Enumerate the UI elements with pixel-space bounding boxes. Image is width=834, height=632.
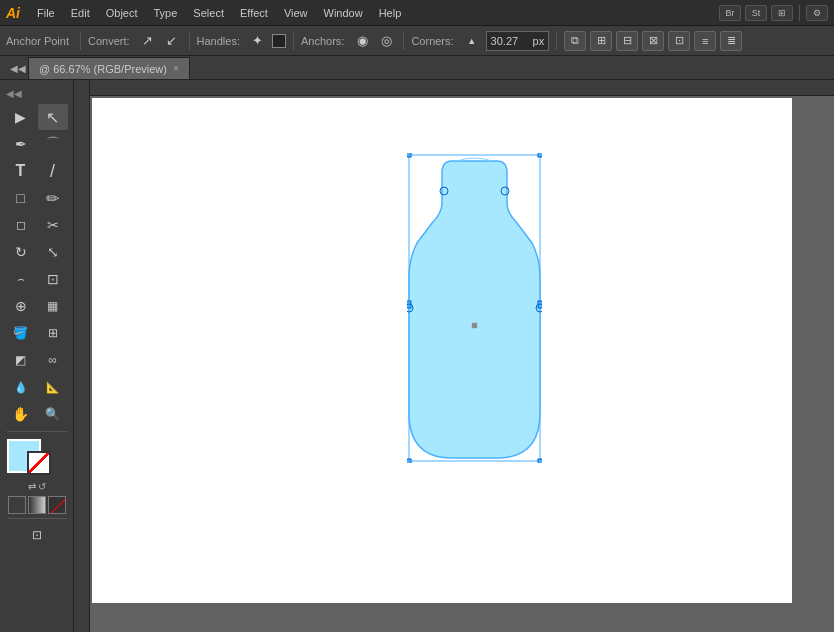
menu-window[interactable]: Window [317, 5, 370, 21]
type-tool[interactable]: T [6, 158, 36, 184]
anchor-bottom-left [407, 459, 411, 463]
tool-row-10: ◩ ∞ [2, 347, 71, 373]
eyedropper-tool[interactable]: 💧 [6, 374, 36, 400]
tool-row-8: ⊕ ▦ [2, 293, 71, 319]
eraser-tool[interactable]: ◻ [6, 212, 36, 238]
artboard [92, 98, 792, 603]
pen-tool[interactable]: ✒ [6, 131, 36, 157]
hand-tool[interactable]: ✋ [6, 401, 36, 427]
anchors-label: Anchors: [301, 35, 344, 47]
ruler-top [90, 80, 834, 96]
right-icons: Br St ⊞ ⚙ [719, 5, 828, 21]
blend-tool[interactable]: ∞ [38, 347, 68, 373]
transform-btn-3[interactable]: ⊟ [616, 31, 638, 51]
handles-label: Handles: [197, 35, 240, 47]
menu-type[interactable]: Type [147, 5, 185, 21]
tool-row-7: ⌢ ⊡ [2, 266, 71, 292]
transform-btn-7[interactable]: ≣ [720, 31, 742, 51]
corners-up-icon[interactable]: ▲ [462, 31, 482, 51]
tab-collapse-btn[interactable]: ◀◀ [8, 57, 28, 79]
transform-btn-6[interactable]: ≡ [694, 31, 716, 51]
measure-tool[interactable]: 📐 [38, 374, 68, 400]
menu-object[interactable]: Object [99, 5, 145, 21]
tool-row-6: ↻ ⤡ [2, 239, 71, 265]
transform-btn-5[interactable]: ⊡ [668, 31, 690, 51]
tool-row-4: □ ✏ [2, 185, 71, 211]
scale-tool[interactable]: ⤡ [38, 239, 68, 265]
menu-view[interactable]: View [277, 5, 315, 21]
transform-btn-4[interactable]: ⊠ [642, 31, 664, 51]
gradient-tool[interactable]: ◩ [6, 347, 36, 373]
color-mode-gradient[interactable] [28, 496, 46, 514]
tool-row-5: ◻ ✂ [2, 212, 71, 238]
graph-tool[interactable]: ▦ [38, 293, 68, 319]
anchor-top-left [407, 153, 411, 157]
bridge-icon[interactable]: Br [719, 5, 741, 21]
main-area: ◀◀ ▶ ↖ ✒ ⌒ T / □ ✏ ◻ ✂ ↻ ⤡ ⌢ ⊡ ⊕ [0, 80, 834, 632]
color-mode-row [2, 496, 71, 514]
transform-btn-1[interactable]: ⧉ [564, 31, 586, 51]
color-area [7, 439, 67, 479]
anchor-top-right [538, 153, 542, 157]
menu-effect[interactable]: Effect [233, 5, 275, 21]
anchor-point-label: Anchor Point [6, 35, 69, 47]
app-logo: Ai [6, 5, 20, 21]
tab-bar: ◀◀ @ 66.67% (RGB/Preview) × [0, 56, 834, 80]
convert-tool-1[interactable]: ↗ [138, 31, 158, 51]
swap-reset-row: ⇄ ↺ [28, 481, 46, 492]
corners-value-group: px [486, 31, 550, 51]
rect-tool[interactable]: □ [6, 185, 36, 211]
stock-icon[interactable]: St [745, 5, 767, 21]
stroke-swatch[interactable] [27, 451, 51, 475]
toolbar-collapse-btn[interactable]: ◀◀ [2, 84, 71, 102]
select-tool[interactable]: ▶ [6, 104, 36, 130]
menu-file[interactable]: File [30, 5, 62, 21]
convert-label: Convert: [88, 35, 130, 47]
pencil-tool[interactable]: ✏ [38, 185, 68, 211]
menu-select[interactable]: Select [186, 5, 231, 21]
tab-title: @ 66.67% (RGB/Preview) [39, 63, 167, 75]
color-mode-solid[interactable] [8, 496, 26, 514]
handles-tool[interactable]: ✦ [248, 31, 268, 51]
corners-unit: px [533, 35, 545, 47]
tool-row-11: 💧 📐 [2, 374, 71, 400]
corners-input[interactable] [491, 35, 531, 47]
line-tool[interactable]: / [38, 158, 68, 184]
corners-label: Corners: [411, 35, 453, 47]
transform-btn-2[interactable]: ⊞ [590, 31, 612, 51]
menu-help[interactable]: Help [372, 5, 409, 21]
handles-square[interactable] [272, 34, 286, 48]
art-board-btn[interactable]: ⊡ [22, 522, 52, 548]
anchors-tool-2[interactable]: ◎ [376, 31, 396, 51]
swap-reset-area: ⇄ ↺ [28, 481, 46, 492]
workspace-icon[interactable]: ⊞ [771, 5, 793, 21]
ruler-left [74, 80, 90, 632]
paintbucket-tool[interactable]: 🪣 [6, 320, 36, 346]
reset-icon[interactable]: ↺ [38, 481, 46, 492]
color-mode-none[interactable] [48, 496, 66, 514]
zoom-tool[interactable]: 🔍 [38, 401, 68, 427]
mesh-tool[interactable]: ⊞ [38, 320, 68, 346]
tool-row-1: ▶ ↖ [2, 104, 71, 130]
freetransform-tool[interactable]: ⊡ [38, 266, 68, 292]
swap-icon[interactable]: ⇄ [28, 481, 36, 492]
rotate-tool[interactable]: ↻ [6, 239, 36, 265]
canvas-area[interactable] [74, 80, 834, 632]
direct-select-tool[interactable]: ↖ [38, 104, 68, 130]
symbol-tool[interactable]: ⊕ [6, 293, 36, 319]
anchor-center [472, 323, 477, 328]
convert-tool-2[interactable]: ↙ [162, 31, 182, 51]
anchors-tool-1[interactable]: ◉ [352, 31, 372, 51]
bottle-container[interactable] [407, 153, 542, 465]
anchor-bottom-right [538, 459, 542, 463]
warp-tool[interactable]: ⌢ [6, 266, 36, 292]
tab-close-btn[interactable]: × [173, 63, 179, 74]
context-toolbar: Anchor Point Convert: ↗ ↙ Handles: ✦ Anc… [0, 26, 834, 56]
tool-row-2: ✒ ⌒ [2, 131, 71, 157]
curvature-tool[interactable]: ⌒ [38, 131, 68, 157]
search-icon[interactable]: ⚙ [806, 5, 828, 21]
tab-document[interactable]: @ 66.67% (RGB/Preview) × [28, 57, 190, 79]
scissors-tool[interactable]: ✂ [38, 212, 68, 238]
left-toolbar: ◀◀ ▶ ↖ ✒ ⌒ T / □ ✏ ◻ ✂ ↻ ⤡ ⌢ ⊡ ⊕ [0, 80, 74, 632]
menu-edit[interactable]: Edit [64, 5, 97, 21]
